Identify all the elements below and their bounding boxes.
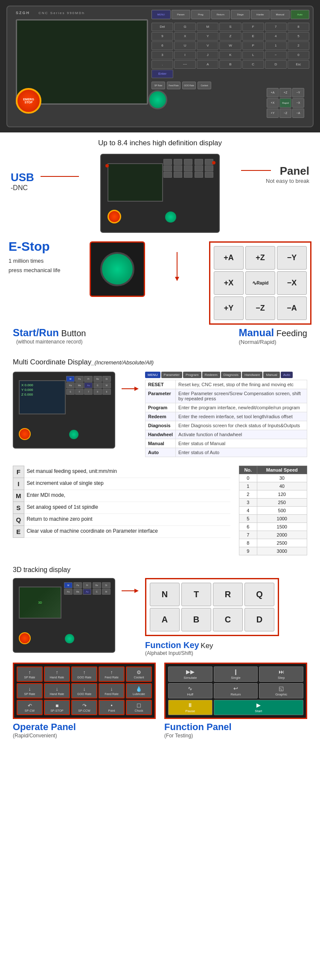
- key-plus-y-top[interactable]: +Y: [267, 109, 279, 118]
- btn-redeem[interactable]: Redeem: [202, 372, 220, 378]
- fp-single[interactable]: ❙Single: [214, 666, 258, 682]
- key-w[interactable]: W: [219, 41, 241, 50]
- key-z[interactable]: Z: [219, 32, 241, 41]
- key-feed-rate[interactable]: Feed Rate: [167, 82, 180, 89]
- key-v[interactable]: V: [197, 41, 218, 50]
- op-point[interactable]: •Point: [99, 700, 125, 715]
- key-auto[interactable]: Auto: [291, 10, 310, 19]
- fp-huff[interactable]: ∿Huff: [168, 683, 212, 698]
- key-plus-z-top[interactable]: +Z: [279, 88, 291, 97]
- key-minus2[interactable]: −−: [174, 60, 196, 69]
- fp-simulate[interactable]: ▶▶Simulate: [168, 666, 212, 682]
- key-plus-z[interactable]: +Z: [245, 246, 275, 270]
- key-minus-y-top[interactable]: −Y: [292, 88, 304, 97]
- op-coolant[interactable]: ⚙Coolant: [126, 666, 152, 682]
- key-minus-x[interactable]: −X: [277, 271, 307, 295]
- key-return[interactable]: Return: [211, 10, 230, 19]
- key-b[interactable]: B: [219, 60, 241, 69]
- key-plus-x-top[interactable]: +X: [267, 98, 279, 108]
- func-key-b[interactable]: B: [181, 608, 211, 631]
- key-7[interactable]: 7: [265, 23, 287, 31]
- key-i[interactable]: I: [174, 51, 196, 59]
- op-sp-rate-down[interactable]: ↓SP Rate: [17, 683, 43, 698]
- key-a[interactable]: A: [197, 60, 218, 69]
- fp-step[interactable]: ⏭Step: [259, 666, 303, 682]
- key-u[interactable]: U: [174, 41, 196, 50]
- key-minus-y[interactable]: −Y: [277, 246, 307, 270]
- fp-pause[interactable]: ⏸Pause: [168, 700, 212, 715]
- key-3[interactable]: 3: [151, 51, 173, 59]
- key-param[interactable]: Param: [172, 10, 191, 19]
- key-prog[interactable]: Prog: [191, 10, 210, 19]
- key-p[interactable]: P: [242, 41, 264, 50]
- func-key-t[interactable]: T: [181, 583, 211, 606]
- key-diag[interactable]: Diagn: [231, 10, 250, 19]
- key-c[interactable]: C: [242, 60, 264, 69]
- op-hand-rate-down[interactable]: ↓Hand Rate: [44, 683, 70, 698]
- key-rapid[interactable]: ∿Rapid: [245, 271, 275, 295]
- key-minus-z[interactable]: −Z: [245, 296, 275, 320]
- start-button-top[interactable]: [148, 90, 167, 109]
- key-minus-a[interactable]: −A: [277, 296, 307, 320]
- func-key-d[interactable]: D: [244, 608, 274, 631]
- key-9[interactable]: 9: [151, 32, 173, 41]
- key-dot[interactable]: .: [151, 60, 173, 69]
- fp-graphic[interactable]: ◱Graphic: [259, 683, 303, 698]
- op-sp-rate-up[interactable]: ↑SP Rate: [17, 666, 43, 682]
- key-plus-a[interactable]: +A: [214, 246, 244, 270]
- key-2[interactable]: 2: [288, 41, 309, 50]
- btn-prog[interactable]: Program: [183, 372, 201, 378]
- key-l[interactable]: L: [242, 51, 264, 59]
- fp-start[interactable]: ▶Start: [214, 700, 303, 715]
- key-1[interactable]: 1: [265, 41, 287, 50]
- key-plus-x[interactable]: +X: [214, 271, 244, 295]
- key-manual[interactable]: Manual: [271, 10, 290, 19]
- key-5[interactable]: 5: [288, 32, 309, 41]
- btn-handw[interactable]: Handware: [242, 372, 262, 378]
- key-esc[interactable]: Esc: [288, 60, 309, 69]
- op-chuck[interactable]: ☐Chuck: [126, 700, 152, 715]
- func-key-n[interactable]: N: [150, 583, 180, 606]
- op-lubricate[interactable]: 💧Lubricate: [126, 683, 152, 698]
- func-key-r[interactable]: R: [213, 583, 243, 606]
- key-x[interactable]: X: [174, 32, 196, 41]
- startrun-button-diagram[interactable]: [100, 252, 134, 286]
- key-k[interactable]: K: [219, 51, 241, 59]
- key-s[interactable]: S: [219, 23, 241, 31]
- key-menu[interactable]: MENU: [151, 10, 171, 19]
- btn-manual-f[interactable]: Manual: [263, 372, 279, 378]
- op-sp-ccw[interactable]: ↷SP-CCW: [71, 700, 97, 715]
- fp-return[interactable]: ↩Return: [214, 683, 258, 698]
- key-minus-z-top[interactable]: −Z: [279, 109, 291, 118]
- key-minus-a-top[interactable]: −A: [292, 109, 304, 118]
- op-goo-rate-up[interactable]: ↑GOO Rate: [71, 666, 97, 682]
- key-hware[interactable]: Hardw: [251, 10, 270, 19]
- key-g[interactable]: G: [174, 23, 196, 31]
- op-hand-rate-up[interactable]: ↑Hand Rate: [44, 666, 70, 682]
- key-enter[interactable]: Enter: [151, 70, 173, 78]
- key-0[interactable]: 0: [288, 51, 309, 59]
- btn-auto-f[interactable]: Auto: [281, 372, 293, 378]
- key-plus-y[interactable]: +Y: [214, 296, 244, 320]
- key-d[interactable]: D: [265, 60, 287, 69]
- key-4[interactable]: 4: [265, 32, 287, 41]
- op-sp-stop[interactable]: ■SP-STOP: [44, 700, 70, 715]
- key-rapid-top[interactable]: Rapid: [279, 98, 291, 108]
- op-sp-cw[interactable]: ↶SP-CW: [17, 700, 43, 715]
- func-key-q[interactable]: Q: [244, 583, 274, 606]
- key-coolant[interactable]: Coolant: [198, 82, 211, 89]
- key-e[interactable]: E: [242, 32, 264, 41]
- op-feed-rate-down[interactable]: ↓Feed Rate: [99, 683, 125, 698]
- btn-menu[interactable]: MENU: [145, 372, 160, 378]
- key-m[interactable]: M: [197, 23, 218, 31]
- op-goo-rate-down[interactable]: ↓GOO Rate: [71, 683, 97, 698]
- key-goo-rate[interactable]: GOO Rate: [182, 82, 196, 89]
- estop-button-top[interactable]: EMERGSTOP: [16, 88, 41, 114]
- key-minus[interactable]: −: [265, 51, 287, 59]
- key-del[interactable]: Del: [151, 23, 173, 31]
- key-6[interactable]: 6: [151, 41, 173, 50]
- func-key-a[interactable]: A: [150, 608, 180, 631]
- key-f[interactable]: F: [242, 23, 264, 31]
- key-plus-a-top[interactable]: +A: [267, 88, 279, 97]
- op-feed-rate-up[interactable]: ↑Feed Rate: [99, 666, 125, 682]
